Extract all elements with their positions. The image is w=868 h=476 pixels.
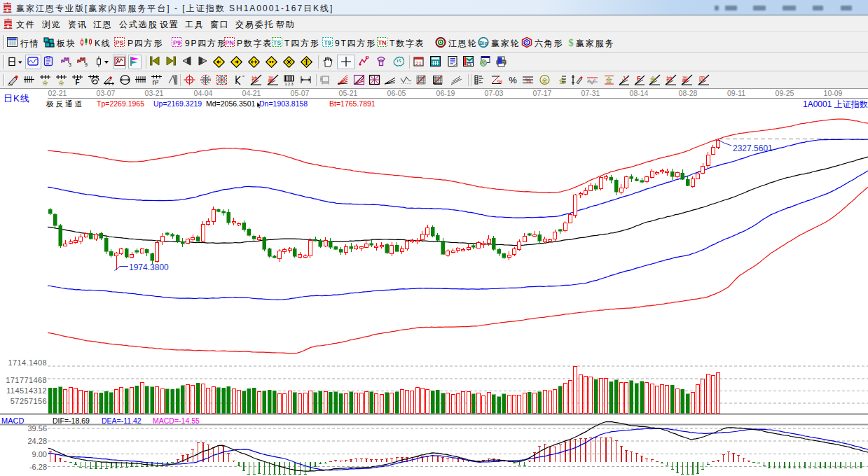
svg-text:05-21: 05-21 bbox=[339, 89, 358, 97]
svg-text:08-14: 08-14 bbox=[630, 89, 649, 97]
svg-text:04-21: 04-21 bbox=[242, 89, 261, 97]
svg-text:极反通道: 极反通道 bbox=[46, 99, 84, 108]
svg-text:10-09: 10-09 bbox=[824, 89, 843, 97]
svg-text:Tp=2269.1965: Tp=2269.1965 bbox=[97, 99, 144, 108]
svg-text:05-07: 05-07 bbox=[291, 89, 310, 97]
svg-text:06-05: 06-05 bbox=[387, 89, 406, 97]
svg-text:DEA=-11.42: DEA=-11.42 bbox=[102, 416, 142, 425]
svg-text:03-21: 03-21 bbox=[145, 89, 164, 97]
svg-text:1974.3800: 1974.3800 bbox=[129, 262, 169, 272]
svg-text:07-17: 07-17 bbox=[533, 89, 552, 97]
svg-text:02-21: 02-21 bbox=[48, 89, 67, 97]
svg-text:-6.28: -6.28 bbox=[29, 463, 47, 471]
svg-text:DIF=-18.69: DIF=-18.69 bbox=[53, 416, 90, 425]
svg-text:9.00: 9.00 bbox=[32, 450, 47, 458]
svg-text:57257156: 57257156 bbox=[11, 397, 47, 405]
svg-text:07-03: 07-03 bbox=[485, 89, 504, 97]
svg-text:09-11: 09-11 bbox=[727, 89, 745, 97]
svg-text:Dn=1903.8158: Dn=1903.8158 bbox=[259, 99, 308, 108]
svg-text:171771468: 171771468 bbox=[6, 376, 47, 384]
svg-text:07-31: 07-31 bbox=[581, 89, 600, 97]
svg-text:MACD: MACD bbox=[1, 416, 24, 425]
svg-text:09-25: 09-25 bbox=[776, 89, 794, 97]
svg-text:Md=2056.3501: Md=2056.3501 bbox=[206, 99, 256, 108]
svg-text:39.56: 39.56 bbox=[27, 424, 47, 433]
svg-text:06-19: 06-19 bbox=[436, 89, 455, 97]
svg-text:08-28: 08-28 bbox=[679, 89, 698, 97]
svg-text:日K线: 日K线 bbox=[4, 93, 30, 104]
svg-text:2327.5601: 2327.5601 bbox=[733, 144, 773, 153]
svg-text:Up=2169.3219: Up=2169.3219 bbox=[153, 99, 202, 108]
svg-text:24.28: 24.28 bbox=[27, 437, 47, 445]
svg-text:04-04: 04-04 bbox=[194, 89, 213, 97]
svg-text:1A0001 上证指数: 1A0001 上证指数 bbox=[803, 99, 868, 109]
svg-text:1714.1408: 1714.1408 bbox=[8, 358, 47, 367]
svg-text:MACD=-14.55: MACD=-14.55 bbox=[153, 416, 200, 425]
svg-text:Bt=1765.7891: Bt=1765.7891 bbox=[329, 99, 376, 108]
svg-text:03-07: 03-07 bbox=[97, 89, 116, 97]
svg-text:114514312: 114514312 bbox=[6, 386, 47, 395]
